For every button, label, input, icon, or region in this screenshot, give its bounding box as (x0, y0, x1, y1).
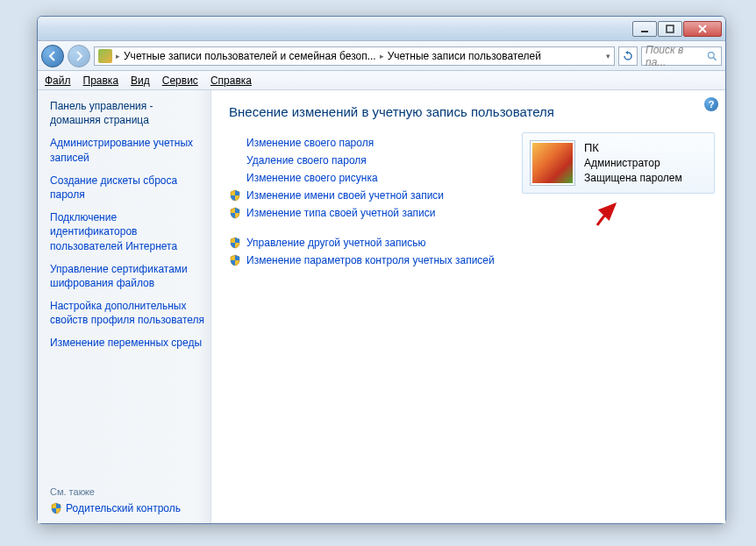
chevron-right-icon: ▸ (380, 52, 384, 60)
sidebar-link[interactable]: Настройка дополнительных свойств профиля… (50, 299, 210, 327)
forward-button[interactable] (68, 45, 90, 67)
account-status: Защищена паролем (584, 171, 682, 186)
refresh-button[interactable] (618, 46, 638, 66)
search-input[interactable]: Поиск в па... (641, 46, 722, 66)
search-placeholder: Поиск в па... (645, 44, 704, 68)
svg-rect-1 (667, 25, 674, 32)
action-links-group-2: Управление другой учетной записью Измене… (229, 237, 713, 266)
control-panel-window: ▸ Учетные записи пользователей и семейна… (37, 16, 726, 524)
chevron-right-icon: ▸ (116, 52, 120, 60)
avatar (530, 140, 575, 186)
account-info: ПК Администратор Защищена паролем (584, 140, 682, 186)
back-button[interactable] (41, 45, 64, 67)
shield-icon (229, 189, 241, 202)
help-button[interactable]: ? (704, 97, 718, 111)
breadcrumb-segment[interactable]: Учетные записи пользователей и семейная … (124, 50, 376, 62)
address-bar[interactable]: ▸ Учетные записи пользователей и семейна… (94, 46, 615, 66)
avatar-image (532, 143, 573, 183)
remove-password-link[interactable]: Удаление своего пароля (246, 154, 367, 167)
manage-other-account-link[interactable]: Управление другой учетной записью (246, 237, 425, 249)
account-name: ПК (584, 140, 682, 156)
svg-rect-0 (641, 31, 648, 32)
action-link-row: Управление другой учетной записью (229, 237, 713, 249)
change-account-type-link[interactable]: Изменение типа своей учетной записи (246, 207, 435, 219)
svg-point-2 (709, 52, 715, 58)
menu-file[interactable]: Файл (45, 74, 71, 87)
shield-icon (229, 254, 241, 266)
control-panel-icon (98, 49, 112, 63)
menu-tools[interactable]: Сервис (162, 74, 198, 87)
shield-icon (50, 502, 62, 514)
sidebar-link[interactable]: Администрирование учетных записей (50, 136, 210, 164)
titlebar (38, 17, 725, 41)
search-icon (707, 51, 717, 61)
change-password-link[interactable]: Изменение своего пароля (246, 137, 374, 149)
shield-icon (229, 237, 241, 249)
maximize-button[interactable] (658, 21, 682, 37)
close-button[interactable] (683, 21, 722, 37)
current-account-card[interactable]: ПК Администратор Защищена паролем (522, 132, 715, 194)
sidebar-link[interactable]: Подключение идентификаторов пользователе… (50, 210, 210, 253)
menu-bar: Файл Правка Вид Сервис Справка (38, 71, 725, 90)
menu-view[interactable]: Вид (131, 74, 150, 87)
change-picture-link[interactable]: Изменение своего рисунка (246, 172, 378, 184)
change-uac-settings-link[interactable]: Изменение параметров контроля учетных за… (246, 254, 495, 266)
dropdown-icon[interactable]: ▾ (606, 52, 610, 60)
main-panel: ? Внесение изменений в учетную запись по… (211, 90, 725, 523)
page-title: Внесение изменений в учетную запись поль… (229, 104, 713, 119)
minimize-button[interactable] (632, 21, 657, 37)
breadcrumb-segment[interactable]: Учетные записи пользователей (388, 50, 541, 62)
svg-line-3 (714, 57, 717, 60)
action-link-row: Изменение типа своей учетной записи (229, 207, 713, 219)
shield-icon (229, 207, 241, 219)
parental-control-link[interactable]: Родительский контроль (50, 502, 210, 514)
sidebar-link[interactable]: Создание дискеты сброса пароля (50, 174, 210, 202)
sidebar-link[interactable]: Управление сертификатами шифрования файл… (50, 262, 210, 290)
change-account-name-link[interactable]: Изменение имени своей учетной записи (246, 189, 444, 202)
action-link-row: Изменение параметров контроля учетных за… (229, 254, 713, 266)
sidebar-link[interactable]: Изменение переменных среды (50, 336, 210, 350)
account-role: Администратор (584, 156, 682, 171)
menu-edit[interactable]: Правка (83, 74, 119, 87)
navigation-bar: ▸ Учетные записи пользователей и семейна… (38, 41, 725, 71)
sidebar: Панель управления - домашняя страница Ад… (38, 90, 211, 523)
menu-help[interactable]: Справка (210, 74, 252, 87)
control-panel-home-link[interactable]: Панель управления - домашняя страница (50, 99, 210, 127)
see-also-label: См. также (50, 486, 210, 497)
